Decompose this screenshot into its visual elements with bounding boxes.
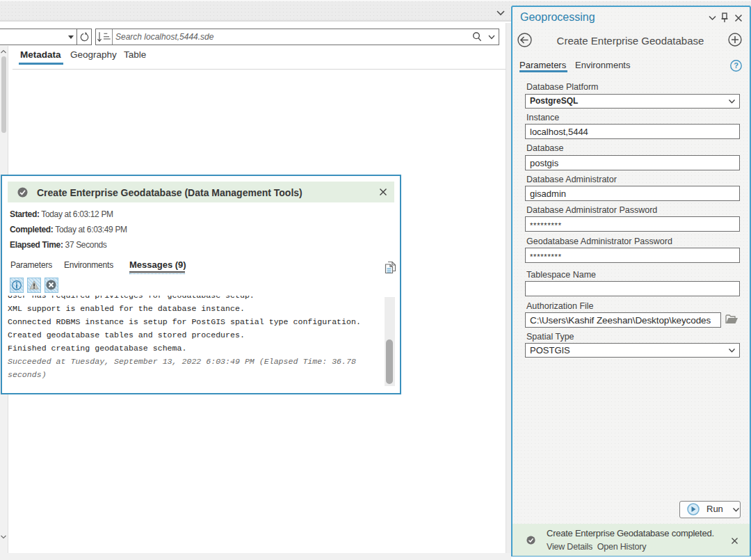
svg-text:?: ? bbox=[734, 61, 738, 70]
